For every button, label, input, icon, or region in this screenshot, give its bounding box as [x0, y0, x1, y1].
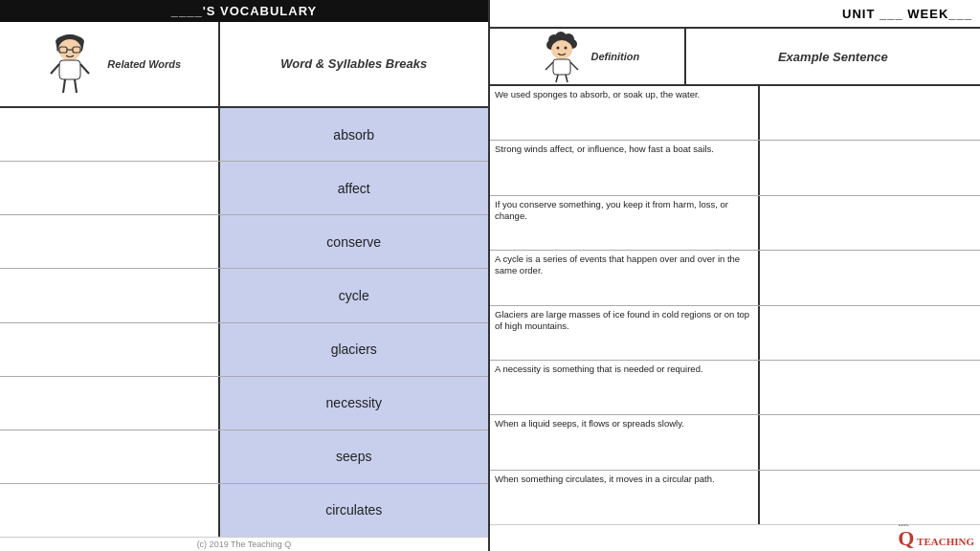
table-row: If you conserve something, you keep it f…	[490, 196, 980, 251]
def-cell-5: Glaciers are large masses of ice found i…	[490, 306, 760, 360]
svg-line-10	[63, 79, 65, 93]
svg-rect-20	[553, 59, 570, 75]
svg-rect-7	[59, 60, 80, 79]
related-words-label: Related Words	[107, 58, 181, 70]
right-panel: UNIT ___ WEEK___	[490, 0, 980, 551]
def-cell-2: Strong winds affect, or influence, how f…	[490, 141, 760, 194]
svg-line-23	[556, 75, 558, 82]
example-cell-2	[760, 141, 980, 194]
svg-line-21	[546, 62, 553, 70]
example-cell-8	[760, 471, 980, 524]
svg-point-19	[564, 46, 567, 49]
related-cell-2	[0, 162, 220, 214]
table-row: glaciers	[0, 323, 488, 377]
related-cell-3	[0, 215, 220, 268]
unit-week-header: UNIT ___ WEEK___	[490, 0, 980, 29]
related-cell-6	[0, 377, 220, 430]
svg-line-24	[566, 75, 568, 82]
word-cell-2: affect	[220, 162, 489, 214]
table-row: necessity	[0, 377, 488, 430]
table-row: Glaciers are large masses of ice found i…	[490, 306, 980, 361]
right-footer: the Q TEACHING	[490, 524, 980, 551]
left-logo-cell: Related Words	[0, 22, 220, 106]
table-row: affect	[0, 162, 488, 215]
example-cell-5	[760, 306, 980, 360]
svg-point-17	[551, 40, 572, 59]
table-row: When a liquid seeps, it flows or spreads…	[490, 415, 980, 470]
word-cell-4: cycle	[220, 269, 489, 321]
def-cell-4: A cycle is a series of events that happe…	[490, 251, 760, 304]
word-syllables-header: Word & Syllables Breaks	[220, 22, 489, 106]
example-sentence-header: Example Sentence	[686, 29, 980, 84]
table-row: seeps	[0, 430, 488, 484]
table-row: A cycle is a series of events that happe…	[490, 251, 980, 305]
definitions-list: We used sponges to absorb, or soak up, t…	[490, 86, 980, 524]
table-row: absorb	[0, 108, 488, 162]
word-cell-1: absorb	[220, 108, 489, 161]
page: ____'S VOCABULARY	[0, 0, 980, 551]
word-cell-6: necessity	[220, 377, 489, 430]
words-list: absorb affect conserve cycle glaciers ne…	[0, 108, 488, 537]
example-cell-3	[760, 196, 980, 250]
related-cell-1	[0, 108, 220, 161]
table-row: circulates	[0, 484, 488, 537]
word-cell-3: conserve	[220, 215, 489, 268]
def-cell-8: When something circulates, it moves in a…	[490, 471, 760, 524]
right-title-row: Definition Example Sentence	[490, 29, 980, 86]
def-cell-6: A necessity is something that is needed …	[490, 361, 760, 414]
example-cell-7	[760, 415, 980, 469]
def-cell-7: When a liquid seeps, it flows or spreads…	[490, 415, 760, 469]
table-row: When something circulates, it moves in a…	[490, 471, 980, 524]
unit-week-text: UNIT ___ WEEK___	[842, 7, 972, 21]
word-cell-7: seeps	[220, 430, 489, 483]
vocabulary-title: ____'S VOCABULARY	[0, 0, 488, 22]
right-logo-cell: Definition	[490, 29, 686, 84]
student-icon	[36, 31, 103, 98]
example-cell-4	[760, 251, 980, 304]
related-cell-7	[0, 430, 220, 483]
table-row: cycle	[0, 269, 488, 322]
related-cell-4	[0, 269, 220, 321]
svg-point-18	[556, 46, 559, 49]
left-panel: ____'S VOCABULARY	[0, 0, 490, 551]
definition-label: Definition	[591, 51, 640, 62]
table-row: conserve	[0, 215, 488, 269]
def-cell-1: We used sponges to absorb, or soak up, t…	[490, 86, 760, 140]
table-row: We used sponges to absorb, or soak up, t…	[490, 86, 980, 141]
related-cell-8	[0, 484, 220, 537]
example-cell-6	[760, 361, 980, 414]
word-cell-5: glaciers	[220, 323, 489, 376]
def-cell-3: If you conserve something, you keep it f…	[490, 196, 760, 250]
svg-line-9	[80, 64, 89, 74]
svg-line-22	[570, 62, 578, 70]
table-row: Strong winds affect, or influence, how f…	[490, 141, 980, 195]
table-row: A necessity is something that is needed …	[490, 361, 980, 415]
related-cell-5	[0, 323, 220, 376]
svg-line-8	[51, 64, 59, 74]
word-cell-8: circulates	[220, 484, 489, 537]
left-footer: (c) 2019 The Teaching Q	[0, 537, 488, 551]
example-cell-1	[760, 86, 980, 140]
left-title-row: Related Words Word & Syllables Breaks	[0, 22, 488, 108]
svg-line-11	[75, 79, 77, 93]
teacher-icon	[535, 31, 588, 83]
